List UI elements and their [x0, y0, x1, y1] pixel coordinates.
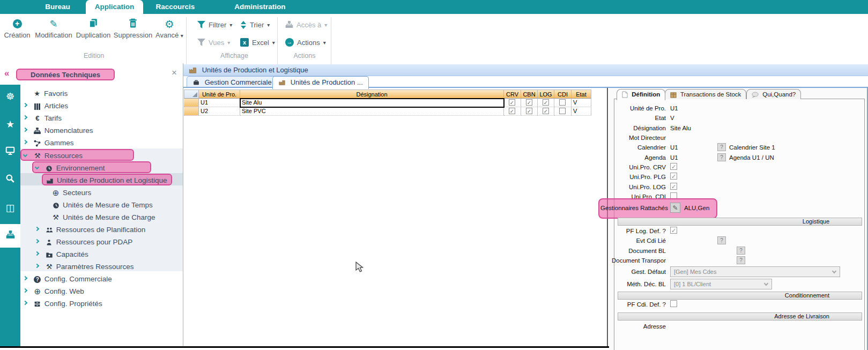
suppression-button[interactable]: Suppression: [113, 18, 153, 39]
checkbox[interactable]: ✓: [543, 108, 549, 114]
bottom-border: [0, 346, 609, 348]
row-selector[interactable]: [184, 107, 199, 116]
tab-transactions-de-stock[interactable]: Transactions de Stock: [665, 89, 746, 99]
duplication-button[interactable]: Duplication: [75, 18, 112, 39]
actions-button[interactable]: → Actions ▾: [285, 36, 326, 48]
trier-button[interactable]: Trier ▾: [240, 19, 270, 31]
chevron-down-icon: ▾: [267, 22, 270, 28]
close-icon[interactable]: ×: [172, 68, 177, 78]
help-button[interactable]: ?: [717, 236, 726, 244]
sidebar-item-config-web[interactable]: ⊕Config. Web: [24, 285, 84, 297]
sidebar-item-unites-mesure-charge[interactable]: ⚒Unités de Mesure de Charge: [51, 211, 155, 223]
cell-etat[interactable]: V: [572, 99, 591, 107]
rail-monitor-icon[interactable]: [0, 140, 20, 164]
checkbox[interactable]: ✓: [543, 99, 549, 106]
column-header[interactable]: LOG: [538, 90, 554, 99]
checkbox[interactable]: [670, 300, 677, 307]
cell-crv[interactable]: ✓: [504, 107, 521, 116]
cell-cdi[interactable]: [554, 99, 572, 107]
cell-cbn[interactable]: ✓: [521, 99, 538, 107]
edit-hand-icon[interactable]: ✎: [670, 203, 680, 213]
cell-designation-focused[interactable]: Site Alu: [240, 99, 504, 107]
folder-gear-icon: [44, 248, 54, 260]
rail-columns-icon[interactable]: ◫: [0, 196, 20, 220]
cell-unite[interactable]: U1: [199, 99, 240, 107]
sidebar-item-capacites[interactable]: Capacités: [35, 248, 88, 260]
menu-tab-bureau[interactable]: Bureau: [29, 0, 86, 14]
collapse-sidebar-icon[interactable]: «: [4, 68, 9, 79]
menu-tab-raccourcis[interactable]: Raccourcis: [146, 0, 205, 14]
sidebar-item-config-proprietes[interactable]: Config. Propriétés: [24, 297, 102, 309]
modification-button[interactable]: ✎ Modification: [33, 18, 74, 39]
menu-tab-administration[interactable]: Administration: [222, 0, 298, 14]
rail-sitemap-icon[interactable]: [0, 224, 20, 248]
doc-tab-gestion-commerciale[interactable]: Gestion Commerciale ...: [187, 76, 285, 88]
creation-button[interactable]: + Création: [3, 18, 31, 39]
meth-dec-bl-dropdown[interactable]: [0] 1 BL/Client: [670, 279, 772, 289]
cell-cdi[interactable]: [554, 107, 572, 116]
sort-icon: [240, 21, 247, 29]
column-header[interactable]: Unité de Pro.: [199, 90, 240, 99]
sidebar-item-unites-mesure-temps[interactable]: Unités de Mesure de Temps: [51, 198, 153, 211]
cell-log[interactable]: ✓: [538, 107, 554, 116]
checkbox[interactable]: ✓: [509, 108, 515, 114]
checkbox[interactable]: ✓: [670, 183, 677, 190]
rail-wheel-icon[interactable]: ☸: [0, 85, 20, 108]
menu-tab-application[interactable]: Application: [86, 0, 143, 14]
checkbox[interactable]: ✓: [526, 108, 532, 114]
vues-button[interactable]: Vues ▾: [197, 36, 230, 48]
user-icon: [44, 236, 54, 248]
column-header[interactable]: Etat: [572, 90, 591, 99]
cell-crv[interactable]: ✓: [504, 99, 521, 107]
checkbox[interactable]: [559, 108, 566, 114]
checkbox[interactable]: ✓: [670, 173, 677, 180]
checkbox[interactable]: ✓: [670, 163, 677, 170]
checkbox[interactable]: ✓: [526, 99, 532, 106]
sidebar-item-articles[interactable]: Articles: [24, 99, 68, 111]
checkbox[interactable]: [559, 99, 566, 106]
checkbox[interactable]: ✓: [670, 227, 677, 234]
row-selector[interactable]: [184, 99, 199, 107]
help-button[interactable]: ?: [717, 153, 726, 161]
rail-star-icon[interactable]: ★: [0, 113, 20, 136]
cell-designation[interactable]: Site PVC: [240, 107, 504, 116]
avance-button[interactable]: ⚙ Avancé ▾: [154, 18, 184, 39]
cell-cbn[interactable]: ✓: [521, 107, 538, 116]
column-header[interactable]: CBN: [521, 90, 538, 99]
sidebar-item-environnement[interactable]: Environnement: [35, 161, 105, 174]
column-header[interactable]: Désignation: [240, 90, 504, 99]
factory-icon: [189, 66, 197, 75]
column-header[interactable]: CDI: [554, 90, 572, 99]
cell-log[interactable]: ✓: [538, 99, 554, 107]
rail-search-icon[interactable]: [0, 168, 20, 192]
sidebar-item-ressources[interactable]: ⚒Ressources: [24, 149, 83, 161]
gest-defaut-dropdown[interactable]: [Gen] Mes Cdes: [670, 266, 840, 277]
sidebar-item-unites-production-logistique[interactable]: Unités de Production et Logistique: [45, 174, 167, 186]
chevron-down-icon: [832, 269, 836, 273]
sidebar-item-gammes[interactable]: Gammes: [24, 136, 74, 148]
cell-etat[interactable]: V: [572, 107, 591, 116]
sidebar-item-parametres-ressources[interactable]: ⚒Paramètres Ressources: [35, 260, 134, 272]
sidebar-item-ressources-pdap[interactable]: Ressources pour PDAP: [35, 235, 132, 248]
help-button[interactable]: ?: [737, 247, 745, 255]
checkbox[interactable]: ✓: [509, 99, 515, 106]
tab-qui-quand[interactable]: Qui,Quand?: [746, 89, 801, 99]
filtrer-button[interactable]: Filtrer ▾: [197, 19, 232, 31]
help-button[interactable]: ?: [717, 143, 726, 151]
tab-definition[interactable]: Définition: [617, 89, 665, 100]
chevron-right-icon: [35, 239, 39, 243]
sidebar-item-tarifs[interactable]: €Tarifs: [24, 111, 62, 124]
sidebar-item-favoris[interactable]: ★Favoris: [32, 87, 68, 99]
acces-a-button[interactable]: Accès à ▾: [285, 19, 327, 31]
cell-unite[interactable]: U2: [199, 107, 240, 116]
sidebar-item-config-commerciale[interactable]: ?Config. Commerciale: [24, 272, 112, 285]
doc-tab-unites-production[interactable]: Unités de Production ...: [272, 76, 369, 89]
sidebar-item-secteurs[interactable]: ⊕Secteurs: [51, 186, 91, 198]
field-label: Uni.Pro. LOG: [600, 184, 666, 190]
sidebar-item-ressources-planification[interactable]: Ressources de Planification: [35, 223, 145, 235]
excel-button[interactable]: x Excel ▾: [240, 36, 275, 48]
sidebar-item-nomenclatures[interactable]: Nomenclatures: [24, 124, 93, 136]
help-button[interactable]: ?: [737, 256, 745, 264]
column-header[interactable]: CRV: [504, 90, 521, 99]
select-all-header-cell[interactable]: [184, 90, 199, 99]
